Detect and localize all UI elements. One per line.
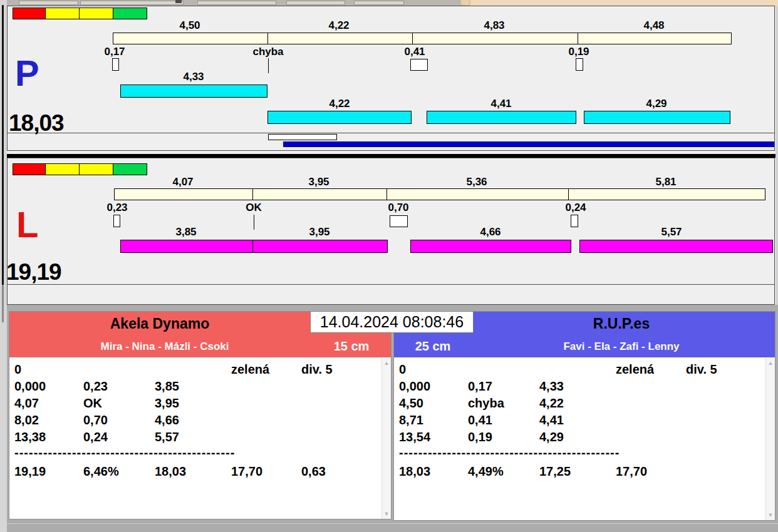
lane-l-split-bar [114, 188, 765, 200]
log-cell: 0,000 [399, 379, 430, 394]
lane-l-letter: L [16, 207, 38, 243]
split-bar-segment [578, 33, 731, 44]
log-cell: 3,85 [155, 379, 179, 394]
split-time-label: 5,81 [655, 176, 676, 188]
split-bar-segment [386, 189, 568, 200]
cross-time-label: 0,23 [106, 202, 127, 214]
log-cell: 13,38 [14, 430, 46, 444]
scrollbar[interactable]: ▲ ▼ [381, 358, 391, 519]
log-summary-cell: 19,19 [14, 464, 46, 479]
log-cell: 0,000 [14, 379, 46, 394]
split-time-label: 3,95 [308, 176, 329, 188]
datetime-box: 14.04.2024 08:08:46 [310, 311, 474, 333]
team-panel-left: Akela Dynamo Mira - Nina - Mázli - Csoki… [9, 311, 392, 519]
log-cell: 4,41 [539, 413, 564, 427]
lane-p-traffic-lights [13, 8, 147, 19]
dog-time-label: 4,29 [646, 98, 666, 110]
dog-time-bar [410, 240, 571, 253]
split-bar-segment [252, 189, 386, 200]
log-cell: 0 [399, 362, 406, 377]
log-summary-cell: 6,46% [83, 464, 119, 479]
log-cell: 0,23 [83, 379, 108, 394]
log-cell: zelená [616, 362, 654, 377]
traffic-light-red [13, 8, 46, 19]
split-bar-segment [412, 33, 578, 44]
log-cell: 5,57 [155, 430, 179, 444]
dog-time-bar [120, 84, 267, 98]
split-time-label: 4,22 [328, 19, 349, 32]
team-panel-right: R.U.P.es Favi - Ela - Zafi - Lenny 25 cm… [393, 311, 775, 521]
traffic-light-yellow [79, 8, 113, 19]
bottom-edge-line [7, 523, 778, 524]
scroll-down-icon[interactable]: ▼ [766, 512, 775, 518]
window-left-border [2, 5, 4, 285]
log-summary-cell: 0,63 [301, 464, 326, 479]
lane-l-total-time: 19,19 [6, 260, 61, 284]
log-cell: chyba [468, 396, 504, 411]
log-cell: 8,02 [14, 413, 39, 427]
progress-outline-box [268, 134, 337, 140]
traffic-light-yellow [45, 8, 80, 19]
cross-time-label: chyba [252, 46, 283, 58]
log-cell: 3,95 [155, 396, 179, 411]
log-summary-cell: 17,25 [539, 464, 571, 479]
cross-time-label: 0,24 [565, 202, 586, 214]
scrollbar[interactable]: ▲ ▼ [765, 358, 775, 520]
log-cell: 4,33 [539, 379, 564, 394]
log-cell: 4,07 [14, 396, 39, 411]
traffic-light-green [113, 163, 147, 175]
log-cell: 4,29 [539, 430, 564, 444]
dog-time-label: 4,33 [183, 71, 204, 83]
cross-time-label: 0,70 [388, 202, 408, 214]
split-time-label: 4,48 [643, 19, 664, 32]
cross-time-label: 0,17 [104, 46, 125, 58]
traffic-light-yellow [79, 163, 113, 175]
log-summary-cell: 18,03 [399, 464, 430, 479]
log-summary-cell: 17,70 [231, 464, 262, 479]
window-left-border-lower [2, 285, 4, 322]
cross-marker-box [390, 215, 408, 227]
log-divider: ----------------------------------------… [399, 446, 620, 460]
background-beige-tab [460, 0, 470, 6]
log-cell: div. 5 [301, 362, 333, 377]
team-dogs: Mira - Nina - Mázli - Csoki [101, 340, 229, 353]
dog-time-label: 3,95 [309, 226, 329, 238]
lane-p-letter: P [15, 55, 39, 91]
log-divider: ----------------------------------------… [14, 446, 235, 460]
traffic-light-yellow [45, 163, 80, 175]
log-summary-cell: 18,03 [155, 464, 186, 479]
log-cell: 4,22 [539, 396, 564, 411]
dog-time-label: 3,85 [175, 226, 196, 238]
split-time-label: 4,83 [484, 19, 504, 32]
log-cell: zelená [231, 362, 269, 377]
scroll-up-icon[interactable]: ▲ [382, 360, 391, 366]
dog-time-bar [267, 111, 412, 124]
team-name: R.U.P.es [593, 315, 650, 332]
background-toolbar-segment [197, 1, 276, 5]
split-bar-segment [267, 33, 412, 44]
split-bar-segment [568, 189, 765, 200]
cross-time-label: 0,19 [568, 46, 589, 58]
scroll-up-icon[interactable]: ▲ [766, 360, 775, 366]
lane-l-substrip [7, 285, 775, 305]
background-window-notch [175, 0, 182, 3]
dog-time-label: 4,22 [329, 98, 350, 110]
team-name: Akela Dynamo [110, 315, 210, 332]
cross-marker-box [113, 215, 120, 227]
log-cell: div. 5 [686, 362, 717, 377]
background-toolbar-segment [19, 1, 78, 5]
cross-marker-tick [268, 58, 269, 73]
log-cell: 4,66 [155, 413, 179, 427]
scroll-down-icon[interactable]: ▼ [382, 511, 391, 517]
timeline-bar [283, 141, 774, 147]
log-cell: 13,54 [399, 430, 430, 444]
log-cell: 0,41 [468, 413, 492, 427]
log-cell: OK [83, 396, 102, 411]
log-cell: 8,71 [399, 413, 423, 427]
lane-l-traffic-lights [13, 163, 147, 175]
cross-marker-box [410, 59, 428, 71]
team-dogs: Favi - Ela - Zafi - Lenny [563, 340, 679, 353]
log-summary-cell: 17,70 [616, 464, 647, 479]
log-summary-cell: 4,49% [468, 464, 504, 479]
dog-time-bar [427, 111, 576, 124]
